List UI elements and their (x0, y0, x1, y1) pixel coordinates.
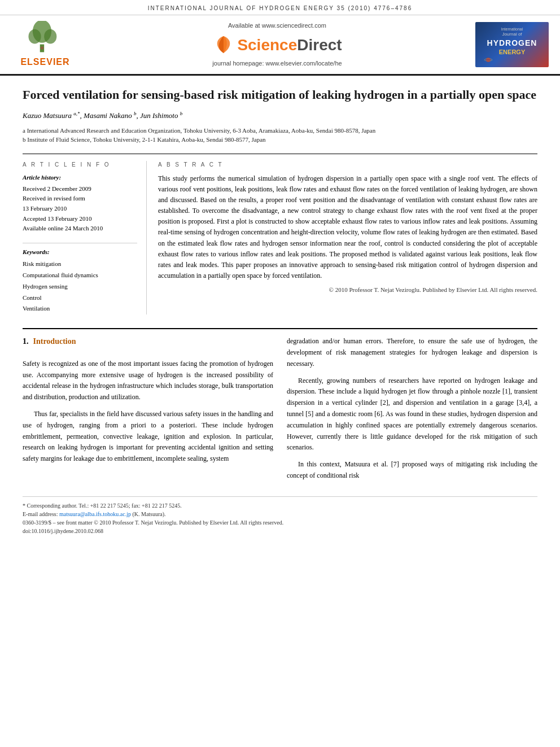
author-jun: Jun Ishimoto (140, 111, 178, 120)
history-received: Received 2 December 2009 (23, 184, 137, 194)
elsevier-tree-icon (23, 21, 68, 55)
abstract-text: This study performs the numerical simula… (158, 173, 537, 282)
author-jun-sup: b (180, 111, 183, 116)
intro-heading-row: 1. Introduction (23, 336, 273, 353)
keyword-1: Risk mitigation (23, 259, 137, 270)
abstract-paragraph: This study performs the numerical simula… (158, 173, 537, 282)
affiliations: a International Advanced Research and Ed… (23, 126, 537, 145)
sciencedirect-leaf-icon (212, 33, 235, 56)
keyword-5: Ventilation (23, 303, 137, 314)
intro-para-3: degradation and/or human errors. Therefo… (287, 336, 537, 369)
footnote-area: * Corresponding author. Tel.: +81 22 217… (23, 496, 537, 535)
intro-para-5: In this context, Matsuura et al. [7] pro… (287, 459, 537, 482)
footnote-issn: 0360-3199/$ – see front matter © 2010 Pr… (23, 518, 537, 527)
intro-col-left: 1. Introduction Safety is recognized as … (23, 336, 273, 487)
intro-para-1: Safety is recognized as one of the most … (23, 359, 273, 403)
sciencedirect-logo: ScienceDirect (79, 33, 475, 56)
elsevier-logo-area: ELSEVIER (11, 21, 79, 68)
authors-line: Kazuo Matsuura a,*, Masami Nakano b, Jun… (23, 110, 537, 121)
keyword-3: Hydrogen sensing (23, 281, 137, 292)
elsevier-logo: ELSEVIER (11, 21, 79, 68)
svg-point-4 (41, 46, 44, 50)
introduction-section: 1. Introduction Safety is recognized as … (23, 328, 537, 487)
keyword-2: Computational fluid dynamics (23, 270, 137, 281)
elsevier-wordmark: ELSEVIER (20, 56, 69, 68)
page-wrapper: INTERNATIONAL JOURNAL OF HYDROGEN ENERGY… (0, 0, 560, 747)
article-info-abstract: A R T I C L E I N F O Article history: R… (23, 154, 537, 315)
history-revised-label: Received in revised form (23, 194, 137, 204)
affiliation-b: b Institute of Fluid Science, Tohoku Uni… (23, 135, 537, 145)
footnote-corresponding: * Corresponding author. Tel.: +81 22 217… (23, 501, 537, 510)
main-content: Forced ventilation for sensing-based ris… (0, 87, 560, 535)
introduction-cols: 1. Introduction Safety is recognized as … (23, 336, 537, 487)
badge-energy: ENERGY (480, 48, 544, 56)
footnote-doi: doi:10.1016/j.ijhydene.2010.02.068 (23, 527, 537, 535)
badge-decoration-icon (480, 57, 497, 63)
journal-header: INTERNATIONAL JOURNAL OF HYDROGEN ENERGY… (0, 0, 560, 15)
author-masami-sup: b (134, 111, 137, 116)
history-revised-date: 13 February 2010 (23, 204, 137, 214)
intro-para-2: Thus far, specialists in the field have … (23, 409, 273, 465)
author-kazuo-sup: a,* (73, 111, 80, 116)
badge-intl: International (480, 27, 544, 32)
keyword-4: Control (23, 292, 137, 304)
intro-heading: Introduction (33, 336, 76, 347)
keywords-label: Keywords: (23, 248, 137, 256)
article-info-label: A R T I C L E I N F O (23, 161, 137, 169)
intro-para-4: Recently, growing numbers of researchers… (287, 375, 537, 454)
sciencedirect-area: Available at www.sciencedirect.com Scien… (79, 21, 475, 68)
copyright-line: © 2010 Professor T. Nejat Veziroglu. Pub… (158, 286, 537, 294)
abstract-label: A B S T R A C T (158, 161, 537, 169)
journal-header-text: INTERNATIONAL JOURNAL OF HYDROGEN ENERGY… (148, 5, 412, 11)
intro-number: 1. (23, 336, 29, 347)
keywords-section: Keywords: Risk mitigation Computational … (23, 243, 137, 314)
sciencedirect-wordmark: ScienceDirect (237, 34, 342, 56)
svg-point-2 (28, 29, 41, 44)
hydrogen-energy-badge: International Journal of HYDROGEN ENERGY (475, 22, 549, 67)
affiliation-a: a International Advanced Research and Ed… (23, 126, 537, 136)
footnote-email-link[interactable]: matsuura@alba.ifs.tohoku.ac.jp (59, 511, 131, 517)
footnote-email: E-mail address: matsuura@alba.ifs.tohoku… (23, 510, 537, 518)
svg-point-3 (44, 29, 56, 44)
svg-point-5 (486, 58, 491, 62)
history-available: Available online 24 March 2010 (23, 224, 137, 234)
journal-homepage: journal homepage: www.elsevier.com/locat… (79, 59, 475, 68)
hydrogen-energy-badge-area: International Journal of HYDROGEN ENERGY (475, 22, 549, 67)
banner: ELSEVIER Available at www.sciencedirect.… (0, 15, 560, 76)
intro-col-right: degradation and/or human errors. Therefo… (287, 336, 537, 487)
author-kazuo: Kazuo Matsuura (23, 111, 72, 120)
author-masami: Masami Nakano (84, 111, 132, 120)
article-title: Forced ventilation for sensing-based ris… (23, 87, 537, 103)
article-info-col: A R T I C L E I N F O Article history: R… (23, 161, 147, 315)
abstract-col: A B S T R A C T This study performs the … (158, 161, 537, 315)
available-text: Available at www.sciencedirect.com (79, 21, 475, 30)
history-label: Article history: (23, 173, 137, 182)
intro-text-col2: degradation and/or human errors. Therefo… (287, 336, 537, 482)
badge-hydrogen: HYDROGEN (480, 38, 544, 48)
history-accepted: Accepted 13 February 2010 (23, 214, 137, 224)
intro-text-col1: Safety is recognized as one of the most … (23, 359, 273, 465)
badge-journal: Journal of (480, 32, 544, 37)
